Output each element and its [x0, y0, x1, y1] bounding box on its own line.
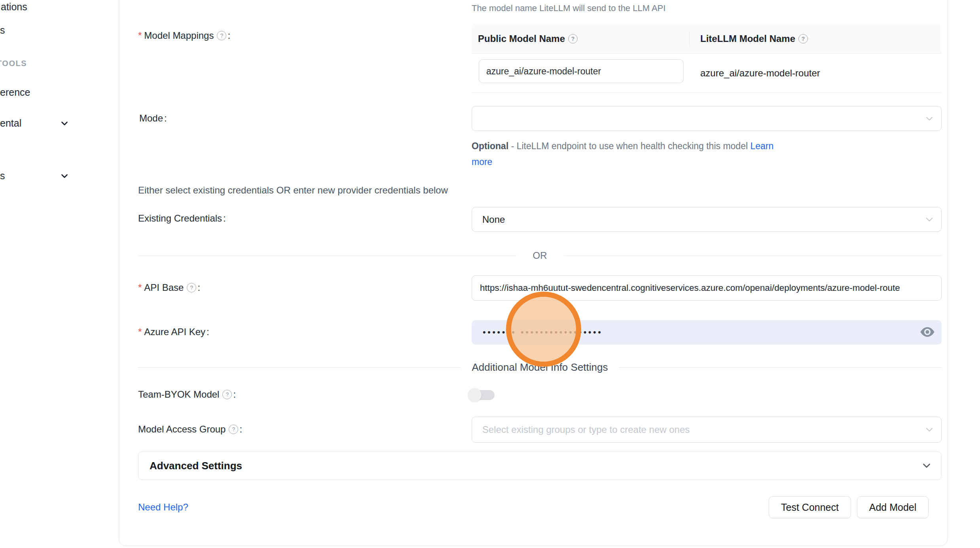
model-access-group-select[interactable] [472, 417, 942, 443]
team-byok-toggle[interactable] [468, 388, 495, 402]
required-asterisk: * [138, 282, 142, 293]
need-help-link[interactable]: Need Help? [138, 502, 188, 513]
mappings-table-header: Public Model Name ? LiteLLM Model Name ? [472, 24, 942, 54]
model-access-group-label: Model Access Group ? : [138, 424, 242, 435]
sidebar-item-erence[interactable]: erence [0, 87, 30, 98]
public-model-name-input[interactable] [479, 60, 683, 83]
column-divider [689, 31, 690, 47]
add-model-button[interactable]: Add Model [857, 496, 929, 518]
test-connect-button[interactable]: Test Connect [769, 496, 851, 518]
mode-select[interactable] [472, 106, 942, 131]
eye-icon[interactable] [919, 324, 936, 340]
sidebar-section-tools: TOOLS [0, 59, 27, 68]
api-base-input[interactable] [472, 276, 941, 300]
help-icon[interactable]: ? [187, 283, 196, 292]
model-name-hint: The model name LiteLLM will send to the … [472, 3, 665, 13]
chevron-down-icon[interactable] [59, 171, 70, 181]
model-access-group-input[interactable] [472, 417, 941, 442]
or-divider-text: OR [533, 250, 547, 261]
api-base-field [472, 275, 942, 301]
mappings-table-row: azure_ai/azure-model-router [472, 54, 942, 93]
existing-credentials-value: None [482, 207, 505, 231]
masked-api-key-value: ••••••• ••••••••••••••••• [483, 320, 603, 345]
additional-settings-divider-text: Additional Model Info Settings [472, 361, 608, 374]
help-icon[interactable]: ? [217, 31, 226, 40]
learn-more-link[interactable]: Learn [750, 141, 773, 151]
azure-api-key-label: * Azure API Key : [138, 326, 209, 338]
help-icon[interactable]: ? [568, 34, 578, 44]
required-asterisk: * [138, 326, 142, 338]
help-icon[interactable]: ? [229, 425, 238, 434]
sidebar-item-ental[interactable]: ental [0, 118, 21, 129]
additional-settings-divider: Additional Model Info Settings [138, 359, 942, 375]
azure-api-key-field[interactable]: ••••••• ••••••••••••••••• [472, 320, 942, 345]
mode-select-input[interactable] [472, 106, 941, 131]
credentials-note: Either select existing credentials OR en… [138, 185, 448, 196]
advanced-settings-title: Advanced Settings [150, 460, 242, 472]
help-icon[interactable]: ? [222, 390, 232, 399]
existing-credentials-select[interactable]: None [472, 207, 942, 232]
learn-more-link[interactable]: more [472, 157, 492, 167]
sidebar-item-s2[interactable]: s [0, 170, 5, 182]
or-divider: OR [138, 249, 942, 262]
sidebar: ations s TOOLS erence ental s [0, 0, 119, 548]
mode-label: Mode : [139, 113, 167, 124]
litellm-model-name-value: azure_ai/azure-model-router [700, 54, 820, 92]
chevron-down-icon[interactable] [59, 118, 70, 129]
model-mappings-label: * Model Mappings ? : [138, 30, 230, 41]
add-model-page: ations s TOOLS erence ental s The model … [0, 0, 980, 548]
litellm-model-name-header: LiteLLM Model Name ? [689, 33, 808, 44]
public-model-name-field [479, 59, 684, 83]
api-base-label: * API Base ? : [138, 282, 200, 293]
chevron-down-icon [924, 214, 935, 225]
advanced-settings-panel[interactable]: Advanced Settings [138, 451, 942, 480]
required-asterisk: * [138, 30, 142, 41]
existing-credentials-label: Existing Credentials : [138, 213, 226, 224]
chevron-down-icon [921, 460, 933, 472]
public-model-name-header: Public Model Name ? [472, 33, 689, 44]
team-byok-label: Team-BYOK Model ? : [138, 389, 236, 400]
mode-hint: Optional - LiteLLM endpoint to use when … [472, 138, 773, 170]
sidebar-item-s[interactable]: s [0, 25, 5, 36]
sidebar-item-ations[interactable]: ations [1, 1, 27, 13]
toggle-knob [468, 388, 481, 402]
model-mappings-table: Public Model Name ? LiteLLM Model Name ?… [472, 24, 942, 93]
help-icon[interactable]: ? [798, 34, 808, 44]
